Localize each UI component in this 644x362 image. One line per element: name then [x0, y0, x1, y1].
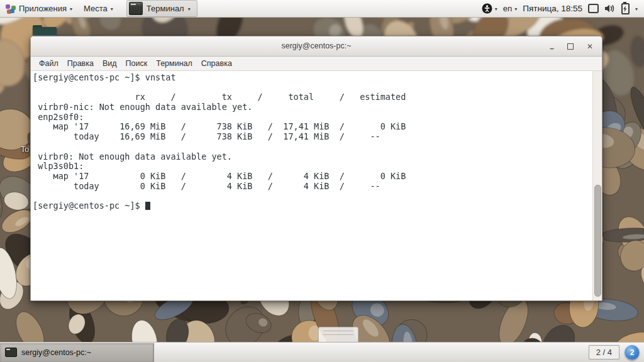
desktop-icon-label[interactable]: To — [21, 145, 29, 154]
battery-charging-icon[interactable] — [621, 3, 630, 14]
taskbar-window-button[interactable]: sergiy@centos-pc:~ — [0, 343, 154, 362]
top-panel: Приложения ▾ Места ▾ Терминал ▾ ▾ en ▾ П… — [0, 0, 644, 18]
panel-status-area: ▾ en ▾ Пятница, 18:55 ▾ — [482, 0, 644, 17]
menu-view[interactable]: Вид — [98, 57, 121, 70]
taskbar-window-label: sergiy@centos-pc:~ — [21, 348, 91, 357]
accessibility-menu[interactable]: ▾ — [482, 3, 497, 14]
terminal-line: rx / tx / total / estimated — [33, 92, 602, 102]
chevron-down-icon: ▾ — [70, 6, 72, 12]
window-controls: – ✕ — [550, 36, 593, 56]
workspace-badge[interactable]: 2 — [625, 345, 640, 360]
keyboard-layout-indicator[interactable]: en ▾ — [503, 4, 517, 13]
accessibility-icon — [482, 3, 492, 14]
terminal-line — [33, 191, 602, 201]
terminal-content[interactable]: [sergiy@centos-pc ~]$ vnstat rx / tx / t… — [31, 71, 602, 300]
terminal-line: today 16,69 MiB / 738 KiB / 17,41 MiB / … — [33, 132, 602, 142]
active-app-menu[interactable]: Терминал ▾ — [126, 0, 197, 17]
terminal-line: today 0 KiB / 4 KiB / 4 KiB / -- — [33, 182, 602, 192]
menu-terminal[interactable]: Терминал — [152, 57, 197, 70]
terminal-window: sergiy@centos-pc:~ – ✕ Файл Правка Вид П… — [30, 36, 602, 301]
terminal-line: wlp3s0b1: — [33, 162, 602, 172]
terminal-line — [33, 83, 602, 93]
volume-icon[interactable] — [604, 4, 616, 13]
menu-search[interactable]: Поиск — [121, 57, 152, 70]
terminal-prompt-line: [sergiy@centos-pc ~]$ — [33, 201, 602, 211]
active-app-label: Терминал — [147, 4, 184, 13]
terminal-line: мар '17 0 KiB / 4 KiB / 4 KiB / 0 KiB — [33, 172, 602, 182]
window-title: sergiy@centos-pc:~ — [282, 41, 352, 50]
scrollbar[interactable] — [592, 71, 602, 300]
terminal-window-icon — [129, 2, 143, 15]
window-titlebar[interactable]: sergiy@centos-pc:~ – ✕ — [31, 36, 602, 57]
scrollbar-thumb[interactable] — [594, 185, 601, 297]
close-button[interactable]: ✕ — [587, 43, 593, 50]
menu-help[interactable]: Справка — [197, 57, 236, 70]
taskbar-right: 2 / 4 2 — [589, 345, 644, 360]
terminal-menubar: Файл Правка Вид Поиск Терминал Справка — [31, 57, 602, 71]
thumbnail-popup — [318, 327, 358, 344]
display-icon[interactable] — [588, 4, 599, 13]
terminal-line: virbr0-nic: Not enough data available ye… — [33, 102, 602, 112]
terminal-icon — [5, 348, 17, 357]
applications-menu[interactable]: Приложения ▾ — [0, 0, 78, 17]
chevron-down-icon: ▾ — [188, 6, 191, 12]
menu-file[interactable]: Файл — [35, 57, 63, 70]
terminal-line — [33, 142, 602, 152]
applications-menu-label: Приложения — [19, 4, 67, 13]
applications-icon — [6, 4, 16, 14]
keyboard-layout-label: en — [503, 4, 512, 13]
menu-edit[interactable]: Правка — [63, 57, 98, 70]
clock[interactable]: Пятница, 18:55 — [523, 4, 582, 13]
workspace-indicator[interactable]: 2 / 4 — [589, 345, 619, 359]
shell-prompt: [sergiy@centos-pc ~]$ — [33, 200, 145, 211]
chevron-down-icon: ▾ — [111, 6, 113, 12]
text-cursor — [145, 202, 150, 210]
terminal-line: enp2s0f0: — [33, 112, 602, 123]
taskbar: sergiy@centos-pc:~ 2 / 4 2 — [0, 342, 644, 362]
minimize-button[interactable]: – — [550, 45, 554, 52]
terminal-line: virbr0: Not enough data available yet. — [33, 152, 602, 162]
chevron-down-icon: ▾ — [514, 6, 517, 12]
chevron-down-icon[interactable]: ▾ — [635, 6, 638, 12]
places-menu-label: Места — [84, 4, 108, 13]
terminal-line: [sergiy@centos-pc ~]$ vnstat — [33, 73, 602, 83]
places-menu[interactable]: Места ▾ — [78, 0, 119, 17]
chevron-down-icon: ▾ — [495, 6, 497, 12]
terminal-line: мар '17 16,69 MiB / 738 KiB / 17,41 MiB … — [33, 122, 602, 132]
maximize-button[interactable] — [567, 43, 574, 50]
